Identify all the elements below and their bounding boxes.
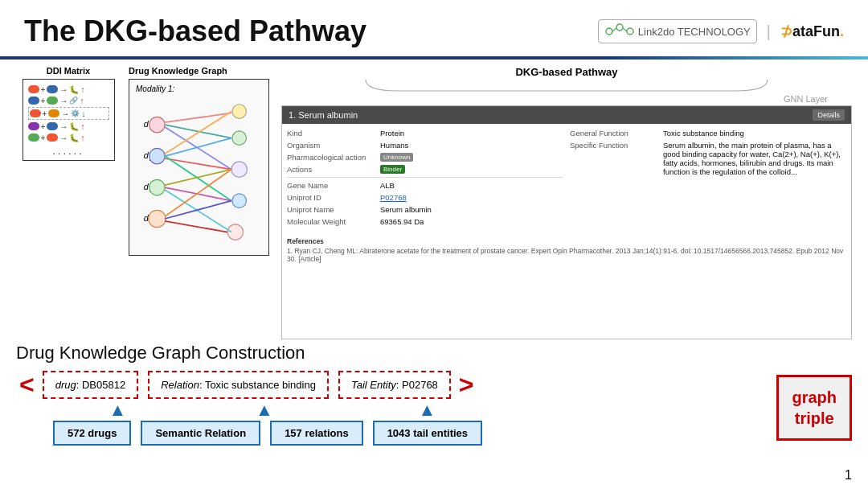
dkg-graph: d 1 d 2 d 3 d 4 t 1 t 2 t 3 t 4 t 5: [136, 97, 264, 250]
uniprot-name-label: Uniprot Name: [287, 205, 375, 214]
kind-row: Kind Protein: [287, 129, 563, 138]
mol-weight-value: 69365.94 Da: [380, 217, 424, 226]
drug-value: DB05812: [82, 379, 125, 391]
graph-triple-line2: triple: [792, 408, 837, 429]
datafun-d: ⊅: [780, 23, 792, 39]
gnn-label-wrapper: GNN Layer: [281, 94, 852, 104]
link2do-logo: Link2do TECHNOLOGY: [598, 19, 757, 43]
actions-row: Actions Binder: [287, 165, 563, 174]
organism-value: Humans: [380, 141, 408, 150]
specific-fn-row: Specific Function Serum albumin, the mai…: [570, 141, 846, 176]
gene-name-value: ALB: [380, 181, 395, 190]
ddi-row-1: + → 🐛 ↑: [28, 84, 109, 94]
ddi-row-3: + → ⚙️ ↓: [28, 107, 109, 120]
svg-point-23: [149, 117, 165, 132]
svg-point-30: [232, 194, 247, 208]
protein-right-col: General Function Toxic substance binding…: [570, 129, 846, 229]
gnn-label: GNN Layer: [784, 94, 828, 104]
gnn-section: DKG-based Pathway GNN Layer 1. Serum alb…: [281, 66, 852, 339]
svg-point-27: [232, 105, 247, 119]
pathway-label: DKG-based Pathway: [515, 66, 617, 78]
bottom-section: Drug Knowledge Graph Construction < drug…: [0, 339, 868, 446]
uniprot-id-row: Uniprot ID P02768: [287, 193, 563, 202]
pill-2b: [47, 97, 58, 105]
labels-row: 572 drugs Semantic Relation 157 relation…: [16, 421, 768, 446]
details-button[interactable]: Details: [813, 109, 845, 121]
organism-row: Organism Humans: [287, 141, 563, 150]
ddi-row-2: + → 🔗 ↑: [28, 96, 109, 105]
protein-title: 1. Serum albumin: [289, 110, 358, 120]
tail-count-label: 1043 tail entities: [373, 421, 482, 446]
entities-wrapper: < drug: DB05812 Relation: Toxic substanc…: [16, 370, 768, 446]
dkg-label: Drug Knowledge Graph: [129, 66, 227, 76]
general-fn-label: General Function: [570, 129, 658, 138]
ddi-row-5: + → 🐛 ↑: [28, 133, 109, 142]
pill-5a: [28, 134, 39, 142]
tail-label: Tail Entity: [351, 379, 396, 391]
svg-point-2: [627, 28, 633, 35]
mol-weight-label: Molecular Weight: [287, 217, 375, 226]
ddi-section: DDI Matrix + → 🐛 ↑ + → 🔗 ↑: [16, 66, 121, 339]
link2do-label: Link2do TECHNOLOGY: [638, 26, 751, 38]
tail-entity-box: Tail Entity: P02768: [338, 371, 451, 399]
graph-triple-line1: graph: [792, 387, 837, 408]
modality-label: Modality 1:: [136, 84, 262, 93]
right-angle-bracket: >: [456, 370, 477, 400]
page-number: 1: [845, 468, 852, 483]
uniprot-id-value[interactable]: P02768: [380, 193, 407, 202]
logos-area: Link2do TECHNOLOGY | ⊅ataFun.: [598, 19, 844, 43]
references-section: References 1. Ryan CJ, Cheng ML: Abirate…: [282, 234, 851, 266]
uniprot-name-row: Uniprot Name Serum albumin: [287, 205, 563, 214]
gene-name-row: Gene Name ALB: [287, 181, 563, 190]
general-fn-value: Toxic substance binding: [663, 129, 744, 138]
gene-name-label: Gene Name: [287, 181, 375, 190]
pharm-label: Pharmacological action: [287, 153, 375, 162]
arrow-drug: ▲: [59, 400, 176, 421]
brace-svg: [358, 78, 776, 92]
relation-entity-box: Relation: Toxic substance binding: [148, 371, 329, 399]
protein-card-header: 1. Serum albumin Details: [282, 106, 851, 124]
protein-divider: [287, 177, 563, 178]
pill-1a: [28, 85, 39, 93]
relation-value: Toxic substance binding: [205, 379, 316, 391]
pill-4b: [47, 122, 58, 130]
svg-point-28: [232, 131, 247, 146]
kind-label: Kind: [287, 129, 375, 138]
bottom-title: Drug Knowledge Graph Construction: [16, 343, 852, 364]
mol-weight-row: Molecular Weight 69365.94 Da: [287, 217, 563, 226]
svg-point-25: [149, 179, 165, 195]
ddi-dots: ......: [28, 145, 109, 157]
ddi-matrix: + → 🐛 ↑ + → 🔗 ↑ + → ⚙️: [23, 79, 115, 161]
logo-divider: |: [767, 23, 771, 41]
general-fn-row: General Function Toxic substance binding: [570, 129, 846, 138]
uniprot-id-label: Uniprot ID: [287, 193, 375, 202]
svg-line-41: [165, 190, 231, 232]
semantic-label: Semantic Relation: [141, 421, 260, 446]
main-content: DDI Matrix + → 🐛 ↑ + → 🔗 ↑: [0, 66, 868, 339]
specific-fn-value: Serum albumin, the main protein of plasm…: [663, 141, 846, 176]
pathway-header: DKG-based Pathway: [281, 66, 852, 92]
pill-3a: [30, 109, 41, 117]
arrow-tail: ▲: [353, 400, 502, 421]
link2do-icon: [604, 23, 635, 40]
svg-point-29: [231, 162, 247, 177]
pharm-badge: Unknown: [380, 153, 413, 162]
pill-3b: [48, 109, 59, 117]
datafun-label: ataFun.: [792, 23, 844, 39]
relations-count-label: 157 relations: [270, 421, 363, 446]
pill-1b: [47, 85, 58, 93]
organism-label: Organism: [287, 141, 375, 150]
page-header: The DKG-based Pathway Link2do TECHNOLOGY…: [0, 0, 868, 56]
drugs-count-label: 572 drugs: [53, 421, 131, 446]
ddi-row-4: + → 🐛 ↑: [28, 121, 109, 131]
drug-label: drug: [55, 379, 76, 391]
entities-row: < drug: DB05812 Relation: Toxic substanc…: [16, 370, 768, 400]
page-title: The DKG-based Pathway: [24, 14, 366, 48]
references-title: References: [287, 237, 846, 245]
kind-value: Protein: [380, 129, 404, 138]
left-angle-bracket: <: [16, 370, 38, 400]
reference-1: 1. Ryan CJ, Cheng ML: Abiraterone acetat…: [287, 247, 846, 263]
pill-2a: [28, 97, 39, 105]
tail-value: P02768: [402, 379, 438, 391]
dkg-box: Modality 1: d 1 d 2 d 3 d 4 t 1 t 2 t 3 …: [129, 79, 269, 256]
